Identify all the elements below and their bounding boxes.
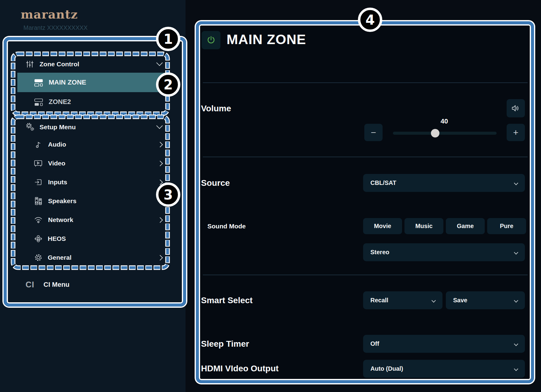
chevron-down-icon	[156, 123, 163, 129]
sidebar-item-zone2[interactable]: ZONE2	[17, 92, 167, 112]
sidebar-item-heos[interactable]: HEOS	[17, 230, 167, 247]
sidebar-item-ci-menu[interactable]: CI CI Menu	[26, 277, 166, 292]
sound-mode-pure-button[interactable]: Pure	[487, 218, 526, 234]
divider	[203, 157, 528, 157]
sidebar-item-inputs[interactable]: Inputs	[17, 174, 167, 191]
speakers-label: Speakers	[48, 197, 76, 205]
ci-menu-label: CI Menu	[43, 281, 70, 289]
sound-mode-movie-button[interactable]: Movie	[363, 218, 402, 234]
video-monitor-icon	[34, 159, 43, 167]
music-note-icon	[34, 140, 42, 148]
sidebar-item-network[interactable]: Network	[17, 211, 167, 228]
chevron-right-icon	[157, 255, 163, 260]
sound-mode-dropdown[interactable]: Stereo	[363, 243, 525, 261]
sound-mode-value: Stereo	[370, 249, 389, 256]
zone-control-label: Zone Control	[40, 61, 79, 68]
setup-menu-label: Setup Menu	[40, 123, 76, 131]
chevron-right-icon	[157, 142, 163, 147]
sound-mode-label: Sound Mode	[207, 223, 246, 230]
model-name: Marantz XXXXXXXXXX	[23, 24, 88, 31]
input-arrow-icon	[34, 178, 42, 186]
hdmi-video-output-dropdown[interactable]: Auto (Dual)	[363, 360, 525, 378]
power-icon	[206, 35, 216, 45]
video-label: Video	[48, 160, 65, 167]
ci-icon: CI	[26, 280, 34, 290]
volume-label: Volume	[201, 104, 231, 113]
zone2-label: ZONE2	[49, 98, 71, 106]
chevron-right-icon	[157, 217, 163, 223]
source-dropdown[interactable]: CBL/SAT	[363, 174, 525, 192]
smart-select-recall-dropdown[interactable]: Recall	[363, 291, 442, 309]
divider	[203, 82, 528, 83]
hdmi-video-output-value: Auto (Dual)	[370, 365, 403, 372]
smart-select-save-dropdown[interactable]: Save	[446, 291, 525, 309]
chevron-right-icon	[157, 161, 163, 166]
sound-mode-music-button[interactable]: Music	[404, 218, 443, 234]
chevron-down-icon	[514, 250, 518, 254]
sliders-icon	[26, 60, 34, 68]
sidebar-item-speakers[interactable]: Speakers	[17, 193, 167, 210]
volume-slider-track[interactable]	[393, 132, 497, 135]
heos-icon	[34, 234, 43, 243]
main-zone-title: MAIN ZONE	[227, 32, 306, 47]
sleep-timer-dropdown[interactable]: Off	[363, 335, 525, 353]
sidebar-item-general[interactable]: General	[17, 249, 167, 266]
wifi-icon	[34, 216, 43, 224]
smart-select-label: Smart Select	[201, 296, 253, 305]
sidebar-item-audio[interactable]: Audio	[17, 136, 167, 153]
speakers-icon	[34, 197, 42, 205]
marantz-logo: marantz	[21, 7, 78, 21]
speaker-icon	[511, 104, 520, 112]
main-zone-label: MAIN ZONE	[49, 78, 86, 86]
sound-mode-game-button[interactable]: Game	[446, 218, 485, 234]
callout-1: 1	[156, 27, 180, 51]
callout-4: 4	[358, 8, 382, 32]
volume-plus-button[interactable]: +	[507, 124, 525, 141]
inputs-label: Inputs	[48, 179, 67, 186]
setup-menu-header[interactable]: Setup Menu	[26, 121, 166, 133]
volume-minus-button[interactable]: −	[364, 124, 383, 141]
hdmi-video-output-label: HDMI VIdeo Output	[201, 364, 279, 373]
callout-3: 3	[156, 182, 180, 207]
source-label: Source	[201, 178, 230, 188]
heos-label: HEOS	[48, 235, 66, 242]
marantz-web-control-ui: marantz Marantz XXXXXXXXXX Zone Control …	[0, 0, 541, 392]
chevron-down-icon	[514, 366, 518, 371]
power-button[interactable]	[202, 31, 220, 49]
chevron-down-icon	[514, 342, 518, 346]
zone-control-header[interactable]: Zone Control	[26, 58, 166, 70]
callout-2: 2	[156, 72, 180, 97]
audio-label: Audio	[48, 141, 66, 148]
main-zone-icon	[34, 78, 43, 87]
main-panel-annotation-frame	[196, 21, 534, 383]
network-label: Network	[48, 216, 73, 224]
chevron-down-icon	[514, 181, 518, 185]
chevron-down-icon	[432, 298, 436, 302]
zone2-icon	[34, 98, 43, 106]
sleep-timer-value: Off	[370, 340, 379, 347]
volume-slider-handle[interactable]	[431, 129, 439, 137]
gears-icon	[26, 123, 35, 132]
source-value: CBL/SAT	[370, 179, 396, 186]
chevron-down-icon	[156, 60, 163, 66]
sidebar-item-video[interactable]: Video	[17, 155, 167, 172]
gear-icon	[34, 253, 43, 262]
sidebar-item-main-zone[interactable]: MAIN ZONE	[17, 73, 167, 92]
general-label: General	[48, 254, 71, 261]
chevron-down-icon	[514, 298, 518, 302]
save-value: Save	[453, 297, 467, 304]
recall-value: Recall	[370, 297, 388, 304]
divider	[203, 275, 528, 275]
mute-button[interactable]	[507, 99, 525, 117]
volume-value: 40	[432, 117, 456, 125]
sleep-timer-label: Sleep Timer	[201, 339, 249, 349]
